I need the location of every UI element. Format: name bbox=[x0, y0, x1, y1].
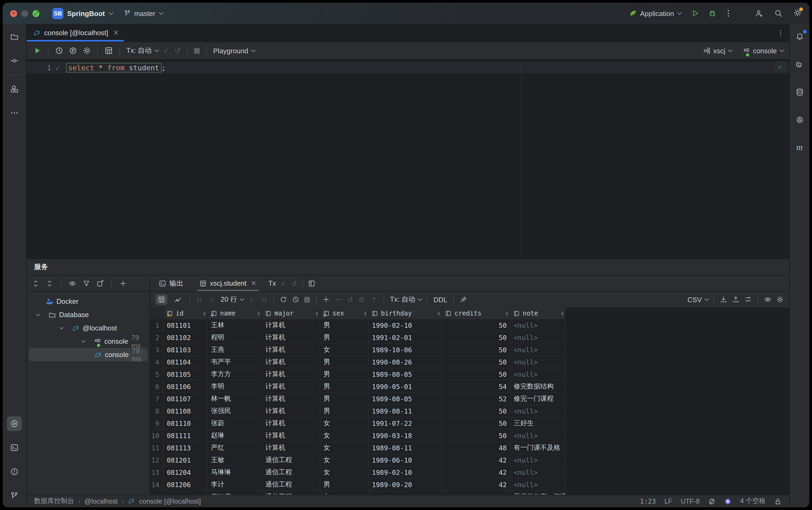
cell-major[interactable]: 计算机 bbox=[262, 319, 320, 331]
dependencies-tool-button[interactable] bbox=[792, 112, 807, 128]
cell-credits[interactable]: 50 bbox=[442, 356, 511, 368]
cell-name[interactable]: 李计 bbox=[208, 479, 262, 490]
schema-selector[interactable]: xscj bbox=[703, 47, 731, 55]
window-close-button[interactable]: ✕ bbox=[10, 10, 17, 17]
grid-tx-mode-selector[interactable]: Tx: 自动 bbox=[390, 295, 421, 304]
tree-item-docker[interactable]: Docker bbox=[27, 295, 150, 308]
cell-birthday[interactable]: 1989-10-06 bbox=[369, 344, 442, 356]
cell-sex[interactable]: 男 bbox=[320, 356, 369, 368]
debug-button[interactable] bbox=[708, 9, 717, 18]
result-view-table-icon[interactable] bbox=[105, 46, 113, 55]
run-button[interactable] bbox=[691, 9, 700, 18]
first-page-icon[interactable] bbox=[196, 296, 204, 303]
view-options-eye-icon[interactable] bbox=[764, 296, 772, 303]
rollback-icon[interactable]: ↺ bbox=[291, 280, 297, 287]
delete-row-icon[interactable] bbox=[335, 296, 342, 303]
cell-credits[interactable]: 50 bbox=[442, 417, 511, 429]
sort-arrows-icon[interactable]: ▲▼ bbox=[316, 311, 318, 316]
tree-item-localhost[interactable]: @localhost bbox=[27, 321, 150, 335]
sort-arrows-icon[interactable]: ▲▼ bbox=[561, 311, 563, 316]
cell-credits[interactable]: 50 bbox=[442, 368, 511, 380]
pin-tab-icon[interactable] bbox=[460, 296, 467, 303]
search-everywhere-icon[interactable] bbox=[774, 9, 783, 18]
table-row[interactable]: 11081113严红计算机女1989-08-1148有一门课不及格 bbox=[150, 442, 566, 454]
parameters-icon[interactable] bbox=[69, 46, 77, 55]
split-layout-icon[interactable] bbox=[308, 280, 316, 287]
inspections-status-widget[interactable]: ✓ bbox=[774, 61, 786, 72]
cell-sex[interactable]: 男 bbox=[320, 332, 369, 343]
breadcrumb-root[interactable]: 数据库控制台 bbox=[34, 497, 74, 506]
history-clock-icon[interactable] bbox=[55, 46, 63, 55]
cell-note[interactable]: 有一门课不及格 bbox=[511, 442, 566, 454]
cell-major[interactable]: 通信工程 bbox=[262, 491, 320, 494]
cell-name[interactable]: 王燕 bbox=[208, 344, 262, 356]
cell-birthday[interactable]: 1990-05-01 bbox=[369, 380, 442, 392]
compare-swap-icon[interactable] bbox=[744, 296, 752, 303]
close-tab-icon[interactable]: ✕ bbox=[113, 29, 119, 37]
encoding-widget[interactable]: UTF-8 bbox=[681, 498, 700, 505]
indent-widget[interactable]: 4 个空格 bbox=[740, 497, 766, 506]
cell-birthday[interactable]: 1990-02-10 bbox=[369, 319, 442, 331]
stop-button[interactable] bbox=[194, 48, 200, 54]
filter-icon[interactable] bbox=[83, 280, 90, 287]
refresh-icon[interactable] bbox=[280, 296, 287, 303]
sort-arrows-icon[interactable]: ▲▼ bbox=[258, 311, 259, 316]
cell-name[interactable]: 韦严平 bbox=[208, 356, 262, 368]
cell-credits[interactable]: 54 bbox=[442, 380, 511, 392]
next-page-icon[interactable] bbox=[248, 296, 255, 303]
add-service-plus-icon[interactable] bbox=[119, 280, 127, 287]
cell-name[interactable]: 王敏 bbox=[208, 454, 262, 466]
cell-id[interactable]: 081206 bbox=[164, 479, 208, 490]
cell-name[interactable]: 张蔚 bbox=[208, 417, 262, 429]
playground-selector[interactable]: Playground bbox=[213, 47, 254, 55]
grid-tab[interactable]: xscj.student ✕ bbox=[196, 276, 260, 291]
project-selector[interactable]: SpringBoot bbox=[67, 9, 112, 17]
column-header-name[interactable]: name ▲▼ bbox=[208, 308, 262, 319]
cell-sex[interactable]: 女 bbox=[320, 417, 369, 429]
column-header-credits[interactable]: credits ▲▼ bbox=[442, 308, 511, 319]
cell-major[interactable]: 通信工程 bbox=[262, 466, 320, 478]
commit-check-icon[interactable]: ✓ bbox=[280, 280, 286, 287]
cell-note[interactable]: 修完数据结构 bbox=[511, 380, 566, 392]
cell-major[interactable]: 计算机 bbox=[262, 368, 320, 380]
cell-id[interactable]: 081113 bbox=[164, 442, 208, 454]
cell-credits[interactable]: 50 bbox=[442, 429, 511, 441]
cell-id[interactable]: 081107 bbox=[164, 393, 208, 404]
table-row[interactable]: 14081206李计通信工程男1989-09-2042<null> bbox=[150, 479, 566, 491]
more-actions-kebab-icon[interactable] bbox=[724, 9, 733, 18]
preview-changes-icon[interactable] bbox=[358, 296, 366, 303]
session-selector[interactable]: console bbox=[743, 46, 783, 55]
cell-note[interactable]: <null> bbox=[511, 466, 566, 478]
tx-mode-selector[interactable]: Tx: 自动 bbox=[126, 46, 157, 55]
cell-birthday[interactable]: 1991-07-22 bbox=[369, 417, 442, 429]
add-row-icon[interactable] bbox=[322, 296, 330, 303]
cell-note[interactable]: <null> bbox=[511, 368, 566, 380]
column-header-id[interactable]: id ▲▼ bbox=[164, 308, 208, 319]
lock-open-icon[interactable] bbox=[774, 498, 782, 505]
cell-birthday[interactable]: 1991-02-01 bbox=[369, 332, 442, 343]
tree-item-console-selected[interactable]: console 79 ms bbox=[29, 348, 148, 361]
cell-name[interactable]: 李红庆 bbox=[208, 491, 262, 494]
notifications-button[interactable] bbox=[792, 29, 807, 44]
cell-sex[interactable]: 男 bbox=[320, 380, 369, 392]
cell-id[interactable]: 081110 bbox=[164, 417, 208, 429]
cell-major[interactable]: 计算机 bbox=[262, 442, 320, 454]
caret-position-widget[interactable]: 1:23 bbox=[640, 497, 656, 505]
table-row[interactable]: 15081211李红庆通信工程女1989-05-0144已提前修完一门课 bbox=[150, 491, 566, 494]
cell-credits[interactable]: 42 bbox=[442, 466, 511, 478]
table-row[interactable]: 7081107林一帆计算机男1989-08-0552修完一门课程 bbox=[150, 393, 566, 405]
column-header-major[interactable]: major ▲▼ bbox=[262, 308, 320, 319]
sql-editor[interactable]: 1 ✓ select * from student; ✓ bbox=[27, 60, 789, 258]
rollback-icon[interactable]: ↺ bbox=[174, 47, 181, 54]
cell-major[interactable]: 通信工程 bbox=[262, 454, 320, 466]
cell-note[interactable]: <null> bbox=[511, 332, 566, 343]
table-row[interactable]: 4081104韦严平计算机男1990-08-2650<null> bbox=[150, 356, 566, 368]
cell-note[interactable]: <null> bbox=[511, 319, 566, 331]
cell-name[interactable]: 李明 bbox=[208, 380, 262, 392]
database-tool-button[interactable] bbox=[792, 85, 807, 100]
column-header-sex[interactable]: sex ▲▼ bbox=[320, 308, 369, 319]
output-tab[interactable]: 输出 bbox=[155, 276, 186, 291]
sort-arrows-icon[interactable]: ▲▼ bbox=[506, 311, 508, 316]
chevron-expanded-icon[interactable] bbox=[82, 339, 85, 342]
tree-item-database[interactable]: Database bbox=[27, 308, 150, 321]
